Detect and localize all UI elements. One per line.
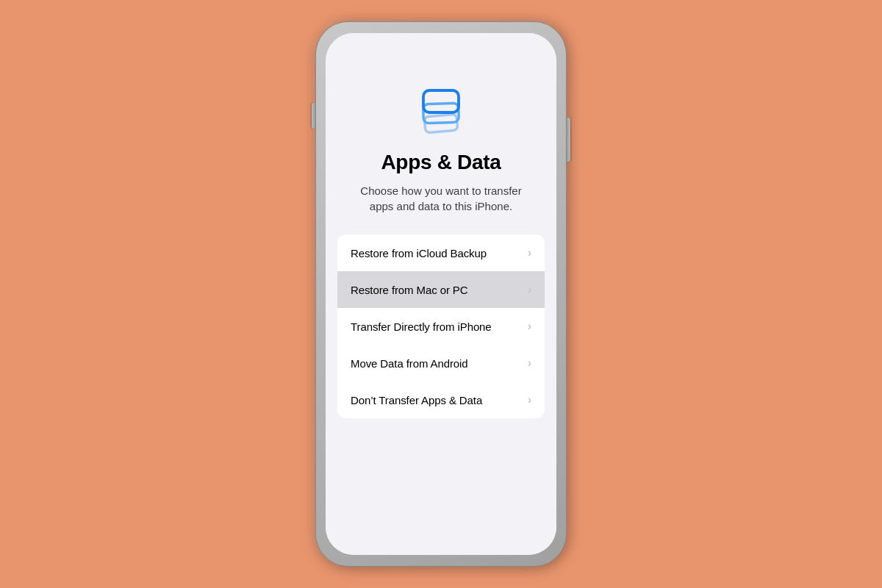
menu-item-label-no-transfer: Don’t Transfer Apps & Data [351, 394, 482, 406]
chevron-right-icon: › [528, 356, 531, 370]
menu-item-transfer-iphone[interactable]: Transfer Directly from iPhone› [337, 308, 545, 345]
chevron-right-icon: › [528, 246, 531, 259]
menu-item-label-transfer-iphone: Transfer Directly from iPhone [351, 320, 492, 333]
menu-item-label-move-android: Move Data from Android [351, 357, 468, 370]
page-title: Apps & Data [381, 151, 501, 174]
chevron-right-icon: › [528, 393, 531, 406]
menu-item-restore-mac-pc[interactable]: Restore from Mac or PC› [337, 271, 545, 308]
phone-wrapper: Apps & Data Choose how you want to trans… [316, 22, 566, 566]
chevron-right-icon: › [528, 320, 531, 333]
chevron-right-icon: › [528, 283, 531, 296]
apps-and-data-icon [412, 77, 470, 136]
menu-item-label-restore-icloud: Restore from iCloud Backup [351, 247, 487, 259]
screen-content: Apps & Data Choose how you want to trans… [326, 33, 556, 555]
page-subtitle: Choose how you want to transfer apps and… [326, 183, 556, 214]
svg-rect-2 [423, 90, 459, 112]
menu-item-label-restore-mac-pc: Restore from Mac or PC [351, 284, 468, 296]
menu-list: Restore from iCloud Backup›Restore from … [337, 234, 545, 418]
phone-screen: Apps & Data Choose how you want to trans… [326, 33, 556, 555]
menu-item-restore-icloud[interactable]: Restore from iCloud Backup› [337, 234, 545, 271]
menu-item-move-android[interactable]: Move Data from Android› [337, 345, 545, 381]
menu-item-no-transfer[interactable]: Don’t Transfer Apps & Data› [337, 381, 545, 418]
